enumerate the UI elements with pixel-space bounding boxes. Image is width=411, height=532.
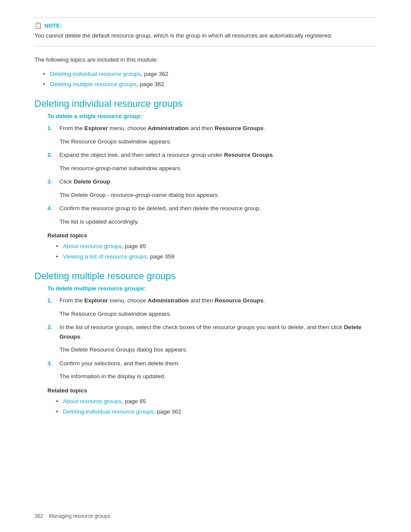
note-label: 📋 NOTE:	[34, 22, 377, 29]
step-num: 1.	[47, 296, 55, 305]
section1-step3-subtext: The Delete Group - resource-group-name d…	[59, 191, 377, 199]
step-content: Expand the object tree, and then select …	[59, 150, 377, 160]
step-content: Click Delete Group.	[59, 177, 377, 187]
step-content: From the Explorer menu, choose Administr…	[59, 296, 377, 305]
step-num: 2.	[47, 323, 55, 341]
section1-step1-subtext: The Resource Groups subwindow appears.	[59, 137, 377, 146]
intro-link-2-anchor[interactable]: Deleting multiple resource groups	[50, 81, 137, 87]
section2-steps-1: 1. From the Explorer menu, choose Admini…	[47, 296, 377, 305]
section2-step3-subtext: The information in the display is update…	[59, 372, 377, 381]
step-num: 4.	[47, 204, 55, 213]
section1-related-1: About resource groups, page 85	[56, 241, 377, 252]
footer-page-num: 362	[34, 513, 43, 519]
section1-related-list: About resource groups, page 85 Viewing a…	[56, 241, 377, 262]
section1-heading: Deleting individual resource groups	[34, 98, 377, 109]
section1-related-1-anchor[interactable]: About resource groups	[63, 243, 122, 249]
step-content: From the Explorer menu, choose Administr…	[59, 124, 377, 133]
section2-related-1-anchor[interactable]: About resource groups	[63, 398, 122, 404]
section2-subheading: To delete multiple resource groups:	[47, 285, 377, 292]
section2-related-1: About resource groups, page 85	[56, 396, 377, 407]
step-bold: Administration	[148, 125, 189, 131]
section2-related-heading: Related topics	[47, 387, 377, 394]
section1-steps-3: 3. Click Delete Group.	[47, 177, 377, 187]
note-text: You cannot delete the default resource g…	[34, 31, 377, 40]
step-bold: Administration	[148, 297, 189, 304]
section1-steps-4: 4. Confirm the resource group to be dele…	[47, 204, 377, 213]
section2-related-2-anchor[interactable]: Deleting individual resource groups	[63, 408, 154, 415]
step-bold: Resource Groups	[224, 152, 273, 158]
section1-related-2: Viewing a list of resource groups, page …	[56, 252, 377, 262]
section1-steps-2: 2. Expand the object tree, and then sele…	[47, 150, 377, 160]
section2-related-list: About resource groups, page 85 Deleting …	[56, 396, 377, 417]
step-bold: Delete Groups	[59, 324, 361, 340]
step-bold: Explorer	[84, 125, 108, 131]
section2-step2-subtext: The Delete Resource Groups dialog box ap…	[59, 345, 377, 354]
section2-related-2: Deleting individual resource groups, pag…	[56, 407, 377, 417]
section1-related-heading: Related topics	[47, 232, 377, 239]
intro-link-2: Deleting multiple resource groups, page …	[43, 79, 377, 90]
section1-step-2: 2. Expand the object tree, and then sele…	[47, 150, 377, 160]
section2-step-1: 1. From the Explorer menu, choose Admini…	[47, 296, 377, 305]
section1-step-1: 1. From the Explorer menu, choose Admini…	[47, 124, 377, 133]
section1-step2-subtext: The resource-group-name subwindow appear…	[59, 164, 377, 173]
step-content: In the list of resource groups, select t…	[59, 323, 377, 341]
step-bold: Resource Groups	[215, 125, 263, 131]
step-num: 2.	[47, 150, 55, 160]
section1-subheading: To delete a single resource group:	[47, 113, 377, 119]
step-bold: Delete Group	[74, 178, 110, 185]
page-container: 📋 NOTE: You cannot delete the default re…	[0, 0, 411, 532]
intro-link-1: Deleting individual resource groups, pag…	[43, 69, 377, 79]
section1-step4-subtext: The list is updated accordingly.	[59, 218, 377, 226]
intro-links-list: Deleting individual resource groups, pag…	[43, 69, 377, 90]
step-num: 3.	[47, 177, 55, 187]
section1-step-3: 3. Click Delete Group.	[47, 177, 377, 187]
intro-text: The following topics are included in thi…	[34, 55, 377, 65]
section2-steps-3: 3. Confirm your selections, and then del…	[47, 359, 377, 368]
note-label-text: NOTE:	[44, 22, 62, 29]
footer-text: Managing resource groups	[49, 513, 110, 519]
section1-steps: 1. From the Explorer menu, choose Admini…	[47, 124, 377, 133]
step-bold: Explorer	[84, 297, 108, 304]
section2-heading: Deleting multiple resource groups	[34, 271, 377, 282]
note-text-part1: You cannot delete the default resource g…	[34, 32, 150, 39]
section1-related-2-anchor[interactable]: Viewing a list of resource groups	[63, 253, 147, 260]
note-box: 📋 NOTE: You cannot delete the default re…	[34, 17, 377, 47]
intro-link-1-anchor[interactable]: Deleting individual resource groups	[50, 71, 141, 77]
note-icon: 📋	[34, 22, 42, 29]
footer: 362 Managing resource groups	[34, 513, 110, 519]
section2-step1-subtext: The Resource Groups subwindow appears.	[59, 310, 377, 318]
step-bold: Resource Groups	[215, 297, 263, 304]
step-content: Confirm your selections, and then delete…	[59, 359, 377, 368]
section2-step-3: 3. Confirm your selections, and then del…	[47, 359, 377, 368]
step-num: 1.	[47, 124, 55, 133]
section2-step-2: 2. In the list of resource groups, selec…	[47, 323, 377, 341]
note-text-part2: , which is the group in which all resour…	[150, 32, 332, 39]
step-content: Confirm the resource group to be deleted…	[59, 204, 377, 213]
section2-steps-2: 2. In the list of resource groups, selec…	[47, 323, 377, 341]
step-num: 3.	[47, 359, 55, 368]
section1-step-4: 4. Confirm the resource group to be dele…	[47, 204, 377, 213]
